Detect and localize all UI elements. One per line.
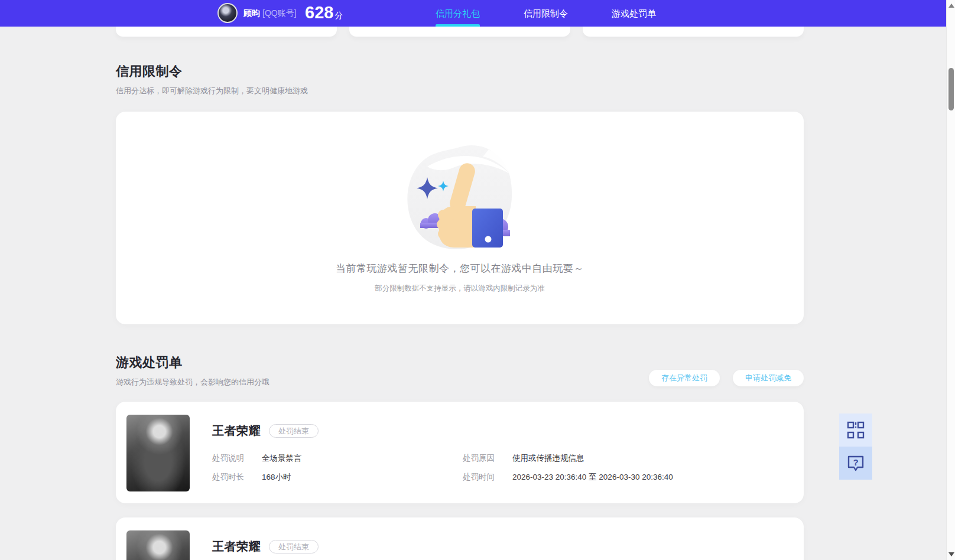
help-button[interactable]: ?: [839, 447, 872, 480]
game-cover-image: [126, 415, 190, 491]
punishment-card: 王者荣耀 处罚结束 处罚说明 全场景禁言 处罚时长 168小时 处罚原因: [116, 402, 804, 503]
restriction-section-header: 信用限制令 信用分达标，即可解除游戏行为限制，要文明健康地游戏: [116, 63, 804, 96]
card-stub: [349, 27, 570, 37]
punishment-card: 王者荣耀 处罚结束: [116, 517, 804, 560]
field-label: 处罚时长: [212, 473, 262, 482]
account-type-label: [QQ账号]: [262, 8, 297, 18]
scrollbar-thumb[interactable]: [948, 68, 954, 110]
vertical-scrollbar[interactable]: [946, 0, 955, 560]
tab-game-punishment[interactable]: 游戏处罚单: [590, 0, 678, 27]
game-name: 王者荣耀: [212, 423, 261, 439]
card-stub: [116, 27, 337, 37]
status-badge: 处罚结束: [269, 424, 319, 438]
score-unit: 分: [334, 11, 343, 20]
tab-credit-restriction[interactable]: 信用限制令: [502, 0, 590, 27]
scroll-down-arrow-icon[interactable]: [948, 552, 954, 556]
abnormal-punishment-button[interactable]: 存在异常处罚: [649, 370, 720, 386]
top-header-bar: 顾昀[QQ账号] 628分 信用分礼包 信用限制令 游戏处罚单: [0, 0, 946, 27]
tab-credit-gift[interactable]: 信用分礼包: [414, 0, 502, 27]
qr-code-icon: [847, 421, 865, 439]
empty-state-message: 当前常玩游戏暂无限制令，您可以在游戏中自由玩耍～: [336, 262, 584, 275]
field-value: 2026-03-23 20:36:40 至 2026-03-30 20:36:4…: [512, 473, 673, 482]
restriction-section-subtitle: 信用分达标，即可解除游戏行为限制，要文明健康地游戏: [116, 86, 804, 96]
field-value: 使用或传播违规信息: [512, 454, 584, 463]
user-name: 顾昀[QQ账号]: [243, 8, 297, 19]
status-badge: 处罚结束: [269, 540, 319, 554]
thumbs-up-illustration: [402, 140, 518, 252]
punishment-section-title: 游戏处罚单: [116, 354, 269, 372]
empty-state-note: 部分限制数据不支持显示，请以游戏内限制记录为准: [375, 284, 545, 294]
punishment-section-header: 游戏处罚单 游戏行为违规导致处罚，会影响您的信用分哦 存在异常处罚 申请处罚减免: [116, 354, 804, 388]
qr-code-button[interactable]: [839, 414, 872, 447]
apply-reduction-button[interactable]: 申请处罚减免: [733, 370, 804, 386]
avatar[interactable]: [217, 3, 238, 23]
credit-score: 628分: [305, 3, 343, 22]
game-cover-image: [126, 530, 190, 560]
floating-toolbar: ?: [839, 414, 872, 480]
field-label: 处罚时间: [463, 473, 512, 482]
question-mark-icon: ?: [846, 454, 865, 473]
card-stub: [583, 27, 804, 37]
scroll-up-arrow-icon[interactable]: [948, 4, 954, 8]
field-label: 处罚说明: [212, 454, 262, 463]
field-label: 处罚原因: [463, 454, 512, 463]
main-content: 信用限制令 信用分达标，即可解除游戏行为限制，要文明健康地游戏: [116, 27, 804, 560]
svg-text:?: ?: [853, 457, 858, 467]
restriction-empty-card: 当前常玩游戏暂无限制令，您可以在游戏中自由玩耍～ 部分限制数据不支持显示，请以游…: [116, 112, 804, 324]
punishment-section-subtitle: 游戏行为违规导致处罚，会影响您的信用分哦: [116, 377, 269, 388]
restriction-section-title: 信用限制令: [116, 63, 804, 80]
scrolled-card-stubs: [116, 27, 804, 37]
punishment-actions: 存在异常处罚 申请处罚减免: [649, 370, 804, 386]
game-name: 王者荣耀: [212, 539, 261, 555]
header-nav-tabs: 信用分礼包 信用限制令 游戏处罚单: [414, 0, 678, 27]
field-value: 全场景禁言: [262, 454, 302, 463]
field-value: 168小时: [262, 473, 291, 482]
